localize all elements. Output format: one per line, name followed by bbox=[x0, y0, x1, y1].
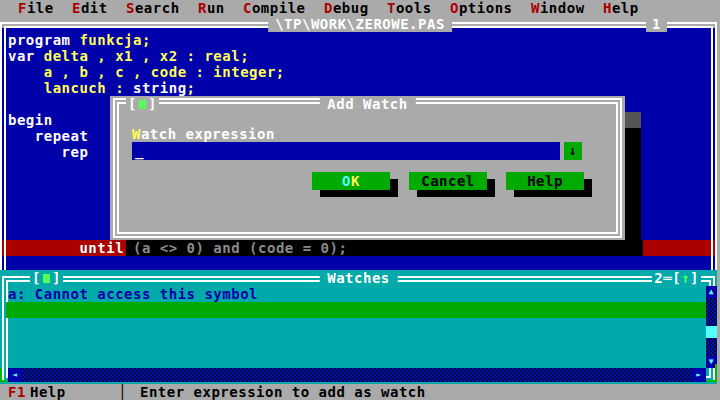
cancel-button[interactable]: Cancel bbox=[409, 172, 487, 190]
close-button[interactable]: [] bbox=[126, 96, 159, 112]
watch-expression-label: Watch expression bbox=[132, 126, 275, 142]
menu-file[interactable]: File bbox=[18, 0, 54, 16]
status-f1-key[interactable]: F1 bbox=[8, 384, 26, 400]
menu-options[interactable]: Options bbox=[450, 0, 513, 16]
menu-compile[interactable]: Compile bbox=[243, 0, 306, 16]
status-separator: │ bbox=[118, 384, 127, 400]
menu-bar: File Edit Search Run Compile Debug Tools… bbox=[0, 0, 720, 16]
close-button[interactable]: [] bbox=[30, 270, 63, 286]
menu-debug[interactable]: Debug bbox=[324, 0, 369, 16]
menu-window[interactable]: Window bbox=[531, 0, 585, 16]
horizontal-scrollbar[interactable]: ◄ ► bbox=[8, 368, 706, 382]
scrollbar-track[interactable] bbox=[706, 338, 717, 356]
arrow-up-icon: ↑ bbox=[681, 270, 690, 286]
scrollbar-thumb[interactable] bbox=[706, 326, 717, 338]
vertical-scrollbar[interactable]: ▲ ▼ bbox=[706, 286, 717, 368]
status-bar: F1 Help │ Enter expression to add as wat… bbox=[0, 384, 720, 400]
scrollbar-track[interactable] bbox=[706, 298, 717, 326]
ok-button[interactable]: OK bbox=[312, 172, 390, 190]
code-line: repeat bbox=[8, 128, 88, 144]
help-button[interactable]: Help bbox=[506, 172, 584, 190]
watch-selected-row[interactable] bbox=[6, 302, 706, 318]
dialog-shadow bbox=[625, 128, 641, 240]
editor-window-number: 1 bbox=[646, 16, 667, 32]
code-line: program funkcja; bbox=[8, 32, 151, 48]
watches-window-title: Watches bbox=[319, 270, 398, 286]
code-line: rep bbox=[8, 144, 88, 160]
zoom-button[interactable]: 2═[↑] bbox=[652, 270, 701, 286]
code-line: var delta , x1 , x2 : real; bbox=[8, 48, 249, 64]
scroll-right-icon[interactable]: ► bbox=[692, 368, 706, 382]
code-line: until (a <> 0) and (code = 0); bbox=[8, 240, 347, 256]
menu-tools[interactable]: Tools bbox=[387, 0, 432, 16]
code-line: lancuch : string; bbox=[8, 80, 196, 96]
dialog-frame bbox=[113, 98, 622, 238]
close-icon bbox=[43, 274, 50, 283]
code-line: a , b , c , code : integer; bbox=[8, 64, 285, 80]
close-icon bbox=[139, 100, 146, 109]
status-f1-label[interactable]: Help bbox=[30, 384, 66, 400]
history-dropdown-button[interactable]: ↓ bbox=[564, 142, 582, 160]
dialog-title: Add Watch bbox=[319, 96, 415, 112]
menu-edit[interactable]: Edit bbox=[72, 0, 108, 16]
status-message: Enter expression to add as watch bbox=[140, 384, 426, 400]
watch-list-item[interactable]: a: Cannot access this symbol bbox=[8, 286, 258, 302]
text-cursor: _ bbox=[135, 143, 144, 159]
watch-expression-input[interactable]: _ bbox=[132, 142, 560, 160]
add-watch-dialog: Add Watch [] Watch expression _ ↓ OK Can… bbox=[110, 96, 625, 240]
frame-corner bbox=[0, 368, 8, 382]
breakpoint-line: until (a <> 0) and (code = 0); bbox=[2, 240, 715, 256]
menu-search[interactable]: Search bbox=[126, 0, 180, 16]
window-number: 2 bbox=[654, 270, 663, 286]
menu-help[interactable]: Help bbox=[603, 0, 639, 16]
arrow-down-icon: ↓ bbox=[569, 143, 577, 158]
code-line: begin bbox=[8, 112, 53, 128]
editor-window-title: \TP\WORK\ZEROWE.PAS bbox=[268, 16, 452, 32]
scroll-up-icon[interactable]: ▲ bbox=[706, 286, 717, 298]
dialog-shadow bbox=[625, 112, 641, 128]
resize-corner[interactable] bbox=[706, 364, 717, 382]
scrollbar-track[interactable] bbox=[22, 368, 692, 382]
watches-window: Watches [] 2═[↑] a: Cannot access this s… bbox=[0, 270, 717, 384]
menu-run[interactable]: Run bbox=[198, 0, 225, 16]
scroll-left-icon[interactable]: ◄ bbox=[8, 368, 22, 382]
